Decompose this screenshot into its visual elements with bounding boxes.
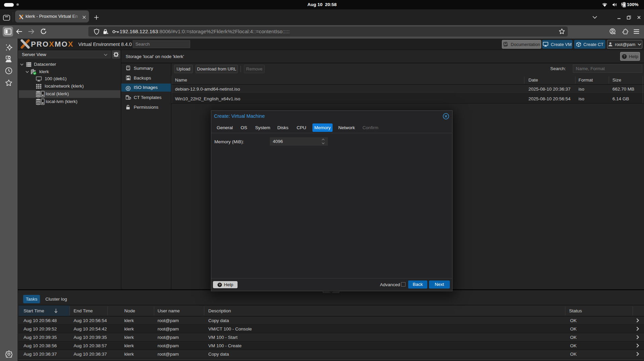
svg-text:?: ? [219, 283, 221, 287]
svg-text:?: ? [623, 54, 625, 58]
